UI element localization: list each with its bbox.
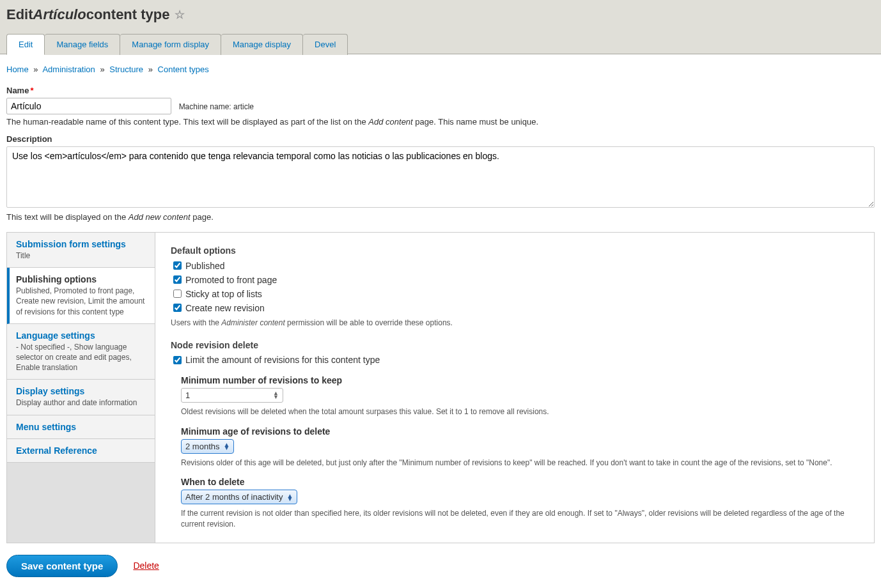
tab-label: Devel bbox=[315, 40, 336, 49]
tab-manage-form-display[interactable]: Manage form display bbox=[120, 34, 221, 55]
tab-label: Manage form display bbox=[132, 40, 209, 49]
when-value: After 2 months of inactivity bbox=[185, 492, 283, 502]
checkbox-label: Promoted to front page bbox=[185, 275, 277, 285]
checkbox-sticky[interactable] bbox=[173, 290, 182, 298]
tab-devel[interactable]: Devel bbox=[303, 34, 348, 55]
min-age-select[interactable]: 2 months ▲▼ bbox=[181, 439, 234, 454]
vt-publishing-options[interactable]: Publishing options Published, Promoted t… bbox=[7, 268, 155, 324]
default-options-help: Users with the Administer content permis… bbox=[171, 318, 859, 329]
primary-tabs: Edit Manage fields Manage form display M… bbox=[6, 33, 875, 54]
when-help: If the current revision is not older tha… bbox=[181, 508, 859, 530]
min-keep-value: 1 bbox=[185, 391, 190, 400]
chevron-updown-icon: ▲▼ bbox=[286, 494, 293, 500]
stepper-icon[interactable]: ▲▼ bbox=[273, 391, 279, 399]
vt-title: Display settings bbox=[16, 386, 146, 396]
vt-title: Submission form settings bbox=[16, 239, 146, 249]
form-actions: Save content type Delete bbox=[6, 555, 875, 577]
vt-title: External Reference bbox=[16, 445, 146, 456]
vt-panel-publishing: Default options Published Promoted to fr… bbox=[155, 233, 874, 543]
breadcrumb-sep: » bbox=[33, 65, 38, 74]
page-title-name: Artículo bbox=[33, 6, 86, 23]
vt-external-reference[interactable]: External Reference bbox=[7, 439, 155, 463]
vertical-tabs: Submission form settings Title Publishin… bbox=[6, 232, 875, 543]
vt-title: Language settings bbox=[16, 330, 146, 341]
star-icon[interactable]: ☆ bbox=[175, 8, 185, 22]
breadcrumb-sep: » bbox=[148, 65, 153, 74]
default-options-heading: Default options bbox=[171, 245, 859, 256]
min-age-label: Minimum age of revisions to delete bbox=[181, 426, 859, 437]
tab-label: Edit bbox=[19, 40, 33, 49]
breadcrumb-structure[interactable]: Structure bbox=[109, 65, 143, 74]
min-keep-help: Oldest revisions will be deleted when th… bbox=[181, 406, 859, 417]
description-input[interactable]: Use los <em>artículos</em> para contenid… bbox=[6, 146, 875, 208]
breadcrumb-sep: » bbox=[100, 65, 104, 74]
min-keep-label: Minimum number of revisions to keep bbox=[181, 375, 859, 385]
checkbox-label: Limit the amount of revisions for this c… bbox=[185, 355, 380, 365]
min-keep-input[interactable]: 1 ▲▼ bbox=[181, 388, 283, 403]
breadcrumb: Home » Administration » Structure » Cont… bbox=[6, 65, 875, 74]
tab-label: Manage display bbox=[233, 40, 291, 49]
name-help: The human-readable name of this content … bbox=[6, 117, 875, 127]
required-marker: * bbox=[30, 86, 33, 95]
checkbox-limit[interactable] bbox=[173, 356, 182, 364]
vt-summary: - Not specified -, Show language selecto… bbox=[16, 342, 146, 373]
checkbox-revision[interactable] bbox=[173, 304, 182, 312]
page-title-prefix: Edit bbox=[6, 6, 33, 23]
page-title: Edit Artículo content type ☆ bbox=[6, 6, 875, 23]
checkbox-published[interactable] bbox=[173, 261, 182, 270]
vt-display-settings[interactable]: Display settings Display author and date… bbox=[7, 380, 155, 415]
name-label: Name* bbox=[6, 86, 875, 95]
name-input[interactable] bbox=[6, 98, 171, 114]
tab-manage-fields[interactable]: Manage fields bbox=[45, 34, 120, 55]
breadcrumb-content-types[interactable]: Content types bbox=[158, 65, 209, 74]
vertical-tab-list: Submission form settings Title Publishin… bbox=[7, 233, 155, 543]
breadcrumb-administration[interactable]: Administration bbox=[42, 65, 95, 74]
chevron-updown-icon: ▲▼ bbox=[223, 443, 230, 449]
vt-language-settings[interactable]: Language settings - Not specified -, Sho… bbox=[7, 324, 155, 380]
vt-title: Menu settings bbox=[16, 422, 146, 432]
tab-label: Manage fields bbox=[56, 40, 108, 49]
vt-menu-settings[interactable]: Menu settings bbox=[7, 415, 155, 439]
description-help: This text will be displayed on the Add n… bbox=[6, 212, 875, 222]
vt-summary: Title bbox=[16, 251, 146, 261]
vt-title: Publishing options bbox=[16, 274, 146, 284]
min-age-help: Revisions older of this age will be dele… bbox=[181, 458, 859, 468]
vt-submission-form[interactable]: Submission form settings Title bbox=[7, 233, 155, 268]
vt-summary: Published, Promoted to front page, Creat… bbox=[16, 286, 146, 317]
tab-manage-display[interactable]: Manage display bbox=[221, 34, 303, 55]
save-button[interactable]: Save content type bbox=[6, 555, 118, 577]
machine-name: Machine name: article bbox=[179, 102, 254, 111]
vt-summary: Display author and date information bbox=[16, 398, 146, 408]
min-age-value: 2 months bbox=[185, 442, 219, 451]
description-label: Description bbox=[6, 134, 875, 144]
checkbox-label: Sticky at top of lists bbox=[185, 289, 262, 299]
nrd-heading: Node revision delete bbox=[171, 340, 859, 350]
checkbox-promoted[interactable] bbox=[173, 275, 182, 284]
when-label: When to delete bbox=[181, 477, 859, 487]
delete-link[interactable]: Delete bbox=[133, 561, 159, 571]
breadcrumb-home[interactable]: Home bbox=[6, 65, 29, 74]
page-title-suffix: content type bbox=[86, 6, 170, 23]
when-select[interactable]: After 2 months of inactivity ▲▼ bbox=[181, 490, 297, 504]
checkbox-label: Published bbox=[185, 261, 225, 271]
checkbox-label: Create new revision bbox=[185, 303, 265, 313]
tab-edit[interactable]: Edit bbox=[6, 34, 45, 55]
